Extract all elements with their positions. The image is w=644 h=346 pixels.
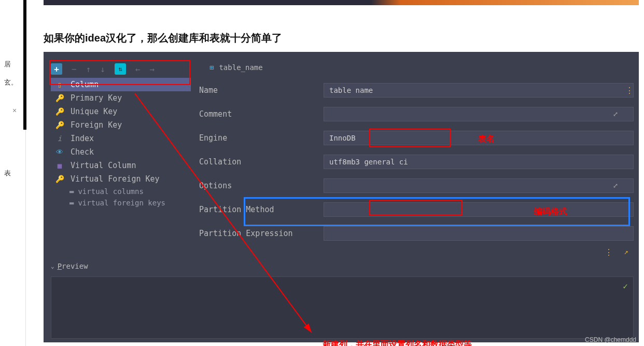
sub-item-virtual-columns[interactable]: ▬ virtual columns: [65, 186, 191, 197]
column-icon: ▯: [55, 80, 64, 89]
sidebar-item-virtual-column[interactable]: ▦ Virtual Column: [51, 159, 191, 172]
more-icon[interactable]: ⋮: [605, 247, 613, 257]
sidebar-item-virtual-foreign-key[interactable]: 🔑 Virtual Foreign Key: [51, 172, 191, 186]
tab-header: ⊞ table_name: [209, 63, 263, 72]
engine-label: Engine: [199, 133, 324, 143]
check-icon: ✓: [623, 281, 628, 291]
sidebar-label: Unique Key: [71, 107, 117, 116]
partition-method-label: Partition Method: [199, 205, 324, 214]
sidebar-label: Column: [71, 80, 99, 89]
sub-item-virtual-foreign-keys[interactable]: ▬ virtual foreign keys: [65, 197, 191, 209]
name-input[interactable]: [324, 83, 634, 98]
partition-expr-input[interactable]: [324, 226, 634, 241]
preview-section: ⌄ PPreviewreview ⋮ ↗ ✓: [51, 262, 634, 339]
annotation-tablename: 表名: [478, 134, 495, 145]
sidebar-label: Check: [71, 147, 94, 157]
folder-icon: ▬: [69, 199, 74, 207]
black-divider: [23, 0, 26, 130]
annotation-new-column: 新建列，并在里面设置列名和数据类型等: [323, 339, 472, 346]
article-heading: 如果你的idea汉化了，那么创建库和表就十分简单了: [44, 31, 282, 45]
top-banner-image: [44, 0, 639, 5]
virtual-column-icon: ▦: [55, 161, 64, 170]
up-icon[interactable]: ↑: [86, 64, 91, 74]
chevron-down-icon: ⌄: [51, 263, 54, 270]
comment-input[interactable]: [324, 107, 634, 121]
foreign-key-icon: 🔑: [55, 121, 64, 129]
structure-sidebar: ▯ Column 🔑 Primary Key 🔑 Unique Key 🔑 Fo…: [51, 78, 191, 209]
reorder-icon[interactable]: ⇅: [115, 63, 126, 75]
right-icon[interactable]: →: [150, 64, 155, 74]
options-input[interactable]: [324, 178, 634, 193]
check-icon: 👁: [55, 148, 64, 156]
add-icon[interactable]: +: [51, 63, 62, 75]
down-icon[interactable]: ↓: [100, 64, 105, 74]
sidebar-item-check[interactable]: 👁 Check: [51, 145, 191, 159]
unique-key-icon: 🔑: [55, 107, 64, 116]
table-icon: ⊞: [209, 63, 214, 72]
sidebar-label: Primary Key: [71, 93, 122, 103]
comment-label: Comment: [199, 109, 324, 119]
preview-toggle[interactable]: ⌄ PPreviewreview ⋮ ↗: [51, 262, 634, 270]
primary-key-icon: 🔑: [55, 94, 64, 102]
sidebar-label: Virtual Column: [71, 161, 136, 170]
sidebar-item-index[interactable]: i Index: [51, 132, 191, 145]
remove-icon[interactable]: −: [72, 64, 77, 74]
sub-label: virtual foreign keys: [78, 199, 165, 207]
sidebar-item-unique-key[interactable]: 🔑 Unique Key: [51, 105, 191, 118]
index-icon: i: [55, 134, 64, 143]
sidebar-item-primary-key[interactable]: 🔑 Primary Key: [51, 91, 191, 105]
sub-label: virtual columns: [78, 187, 143, 196]
folder-icon: ▬: [69, 187, 74, 196]
sidebar-text-3: 表: [4, 169, 11, 178]
close-icon[interactable]: ×: [12, 106, 17, 115]
tab-title: table_name: [219, 63, 262, 72]
page-left-sidebar: 居 玄。 × 表: [0, 0, 26, 346]
sidebar-label: Virtual Foreign Key: [71, 174, 160, 184]
options-label: Options: [199, 181, 324, 190]
toolbar: + − ↑ ↓ ⇅ ← →: [51, 63, 155, 75]
external-link-icon[interactable]: ↗: [624, 247, 628, 256]
expand-icon[interactable]: ⤢: [613, 110, 618, 118]
preview-textarea[interactable]: ✓: [51, 276, 634, 339]
watermark: CSDN @chemddd: [585, 336, 636, 343]
sidebar-label: Foreign Key: [71, 120, 122, 130]
name-label: Name: [199, 86, 324, 95]
collation-input[interactable]: [324, 155, 634, 169]
sidebar-label: Index: [71, 134, 94, 143]
table-form: Name ⋮ Comment ⤢ Engine Collation Option…: [199, 83, 634, 250]
left-icon[interactable]: ←: [135, 64, 141, 74]
partition-expr-label: Partition Expression: [199, 229, 324, 238]
virtual-fk-icon: 🔑: [55, 175, 64, 183]
partition-method-input[interactable]: [324, 202, 634, 217]
more-icon[interactable]: ⋮: [625, 86, 634, 95]
sidebar-text-1: 居: [4, 60, 11, 69]
ide-screenshot: + − ↑ ↓ ⇅ ← → ▯ Column 🔑 Primary Key 🔑 U…: [44, 52, 639, 342]
sidebar-text-2: 玄。: [4, 78, 18, 87]
expand-icon[interactable]: ⤢: [613, 182, 618, 189]
collation-label: Collation: [199, 157, 324, 167]
sidebar-item-foreign-key[interactable]: 🔑 Foreign Key: [51, 118, 191, 132]
sidebar-item-column[interactable]: ▯ Column: [51, 78, 191, 91]
annotation-encoding: 编码格式: [534, 206, 567, 217]
preview-label: PPreviewreview: [58, 262, 88, 270]
